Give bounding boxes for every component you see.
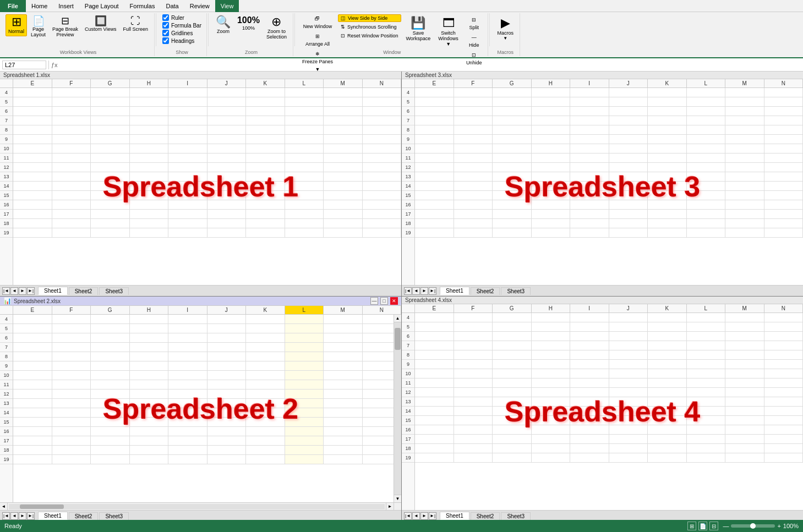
menu-view[interactable]: View [215, 0, 239, 12]
pane4-nav-prev[interactable]: ◄ [412, 512, 420, 520]
pane1-nav-next[interactable]: ► [19, 287, 26, 295]
pane1-col-l: L [285, 79, 324, 87]
zoom-100-icon: 100% [237, 16, 260, 25]
scroll-up-btn[interactable]: ▲ [394, 315, 401, 322]
pane3-nav-prev[interactable]: ◄ [412, 287, 420, 295]
pane2-restore[interactable]: □ [380, 297, 388, 305]
pane4-nav-first[interactable]: |◄ [404, 512, 412, 520]
pane3-sheet3[interactable]: Sheet3 [501, 287, 531, 295]
arrange-all-button[interactable]: ⊞ Arrange All [299, 32, 336, 48]
freeze-panes-button[interactable]: ❄ Freeze Panes ▼ [299, 50, 336, 74]
split-button[interactable]: ⊟ Split [463, 15, 485, 32]
fx-icon[interactable]: ƒx [51, 62, 58, 68]
pane3-nav-last[interactable]: ►| [429, 287, 436, 295]
pane2-close[interactable]: ✕ [390, 297, 398, 305]
split-label: Split [469, 25, 479, 30]
macros-button[interactable]: ▶ Macros ▼ [494, 14, 516, 42]
ruler-checkbox[interactable]: Ruler [162, 14, 201, 21]
scroll-right-btn[interactable]: ► [386, 503, 394, 511]
pane2-sheet2[interactable]: Sheet2 [69, 512, 99, 520]
normal-view-btn[interactable]: ⊞ [687, 522, 696, 530]
custom-views-button[interactable]: 🔲 Custom Views [82, 14, 119, 34]
full-screen-button[interactable]: ⛶ Full Screen [120, 14, 151, 34]
page-break-label: Page BreakPreview [52, 27, 78, 38]
menu-formulas[interactable]: Formulas [124, 0, 161, 12]
file-menu[interactable]: File [0, 0, 26, 12]
sync-scroll-button[interactable]: ⇅ Synchronous Scrolling [338, 23, 401, 31]
pane4-sheet1[interactable]: Sheet1 [440, 512, 469, 520]
save-workspace-button[interactable]: 💾 SaveWorkspace [403, 14, 434, 43]
menu-home[interactable]: Home [26, 0, 53, 12]
pane1-sheet3[interactable]: Sheet3 [99, 287, 129, 295]
reset-pos-label: Reset Window Position [347, 33, 398, 39]
formula-bar-checkbox[interactable]: Formula Bar [162, 22, 201, 29]
zoom-items: 🔍 Zoom 100% 100% ⊕ Zoom toSelection [213, 14, 289, 55]
pane2-minimize[interactable]: — [370, 297, 378, 305]
zoom-button[interactable]: 🔍 Zoom [213, 14, 233, 36]
scroll-thumb [395, 328, 401, 350]
pane2-sheet-tabs: |◄ ◄ ► ►| Sheet1 Sheet2 Sheet3 [0, 510, 401, 521]
pane3-sheet1[interactable]: Sheet1 [440, 287, 469, 295]
zoom-label: Zoom [217, 29, 230, 35]
hide-button[interactable]: — Hide [463, 33, 485, 50]
pane1-sheet1[interactable]: Sheet1 [38, 287, 68, 295]
pane2-nav-last[interactable]: ►| [27, 512, 35, 520]
pane1-col-i: I [168, 79, 207, 87]
ribbon-group-macros: ▶ Macros ▼ Macros [491, 13, 520, 56]
scroll-down-btn[interactable]: ▼ [394, 495, 401, 502]
hide-label: Hide [469, 42, 479, 48]
zoom-100-button[interactable]: 100% 100% [234, 14, 263, 33]
pane4-sheet3[interactable]: Sheet3 [501, 512, 531, 520]
pane2-titlebar: 📊 Spreadsheet 2.xlsx — □ ✕ [0, 297, 401, 306]
pane4-nav-next[interactable]: ► [420, 512, 428, 520]
ruler-check[interactable] [162, 14, 169, 21]
gridlines-checkbox[interactable]: Gridlines [162, 30, 201, 36]
page-break-view-btn[interactable]: ⊟ [709, 522, 718, 530]
full-screen-icon: ⛶ [130, 16, 140, 26]
menu-review[interactable]: Review [184, 0, 215, 12]
pane2-cells [13, 315, 401, 502]
pane2-sheet3[interactable]: Sheet3 [99, 512, 129, 520]
headings-checkbox[interactable]: Headings [162, 37, 201, 44]
pane3-nav-next[interactable]: ► [420, 287, 428, 295]
normal-button[interactable]: ⊞ Normal [6, 14, 27, 36]
new-window-button[interactable]: 🗗 New Window [299, 14, 336, 31]
zoom-slider[interactable] [731, 524, 775, 528]
split-icon: ⊟ [472, 17, 476, 23]
pane2-nav-next[interactable]: ► [19, 512, 26, 520]
switch-windows-button[interactable]: 🗖 SwitchWindows ▼ [435, 14, 461, 48]
pane3-nav-first[interactable]: |◄ [404, 287, 412, 295]
page-break-button[interactable]: ⊟ Page BreakPreview [50, 14, 81, 40]
show-label: Show [176, 50, 188, 55]
menu-insert[interactable]: Insert [53, 0, 79, 12]
pane1-nav-last[interactable]: ►| [27, 287, 35, 295]
pane2-sheet1[interactable]: Sheet1 [38, 512, 68, 520]
pane1-nav-first[interactable]: |◄ [2, 287, 10, 295]
zoom-selection-button[interactable]: ⊕ Zoom toSelection [264, 14, 289, 42]
scroll-left-btn[interactable]: ◄ [0, 503, 8, 511]
pane4-nav-last[interactable]: ►| [429, 512, 436, 520]
formula-bar-check[interactable] [162, 22, 169, 29]
pane3-sheet2[interactable]: Sheet2 [471, 287, 500, 295]
unhide-button[interactable]: ⊡ Unhide [463, 51, 485, 67]
view-side-by-side-button[interactable]: ◫ View Side by Side [338, 14, 401, 22]
name-box[interactable] [2, 61, 46, 69]
menu-data[interactable]: Data [160, 0, 184, 12]
headings-check[interactable] [162, 37, 169, 44]
pane1-row [13, 135, 401, 144]
zoom-out-btn[interactable]: — [723, 523, 729, 529]
macros-arrow: ▼ [503, 36, 507, 41]
gridlines-check[interactable] [162, 30, 169, 36]
pane2-nav-prev[interactable]: ◄ [10, 512, 18, 520]
pane1-sheet2[interactable]: Sheet2 [69, 287, 99, 295]
page-layout-view-btn[interactable]: 📄 [698, 522, 707, 530]
pane4-sheet-tabs: |◄ ◄ ► ►| Sheet1 Sheet2 Sheet3 [402, 510, 803, 521]
page-layout-button[interactable]: 📄 PageLayout [28, 14, 48, 40]
pane1-nav-prev[interactable]: ◄ [10, 287, 18, 295]
pane4-sheet2[interactable]: Sheet2 [471, 512, 500, 520]
menu-page-layout[interactable]: Page Layout [79, 0, 124, 12]
pane2-vscrollbar[interactable]: ▲ ▼ [394, 315, 401, 502]
pane2-nav-first[interactable]: |◄ [2, 512, 10, 520]
zoom-in-btn[interactable]: + [777, 523, 780, 529]
reset-position-button[interactable]: ⊡ Reset Window Position [338, 32, 401, 40]
